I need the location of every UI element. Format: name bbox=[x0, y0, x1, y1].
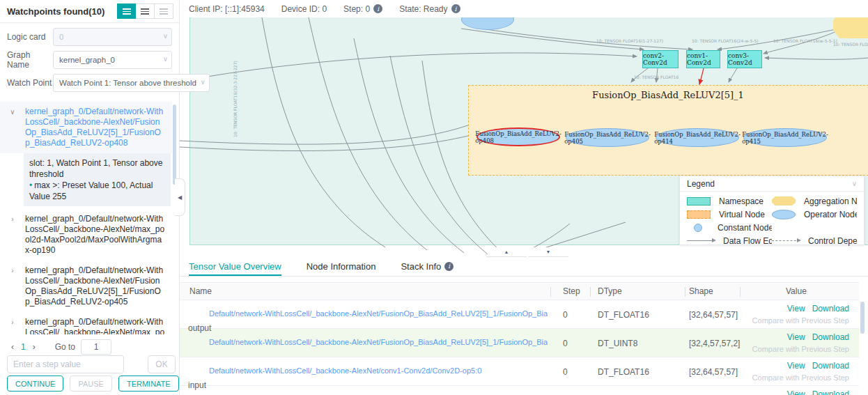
op415-node[interactable]: FusionOp_BiasAdd_ReLUV2-op415 bbox=[743, 128, 827, 147]
chevron-collapsed-icon[interactable]: › bbox=[0, 265, 25, 307]
goto-page-input[interactable] bbox=[81, 339, 111, 355]
download-link[interactable]: Download bbox=[812, 361, 849, 371]
expand-panel-button[interactable]: ▲ bbox=[486, 247, 527, 257]
conv3-node[interactable]: conv3-Conv2d bbox=[727, 50, 762, 68]
download-link[interactable]: Download bbox=[812, 389, 849, 395]
arrow-up-icon: ▲ bbox=[504, 249, 509, 254]
tensor-name-link[interactable]: Default/network-WithLossCell/_backbone-A… bbox=[209, 366, 548, 375]
legend-constant: Constant Node bbox=[718, 223, 772, 233]
tab-stack-info[interactable]: Stack Info i bbox=[401, 258, 454, 276]
session-status-bar: Client IP: [::1]:45934 Device ID: 0 Step… bbox=[180, 0, 868, 17]
view-link[interactable]: View bbox=[787, 361, 805, 371]
aggregation-node[interactable] bbox=[833, 17, 868, 38]
step-value-input[interactable] bbox=[7, 355, 124, 373]
conv2-node[interactable]: conv2-Conv2d bbox=[642, 50, 679, 68]
view-link[interactable]: View bbox=[787, 332, 805, 342]
tensor-name-link[interactable]: Default/network-WithLossCell/_backbone-A… bbox=[209, 338, 548, 346]
legend-operator: Operator Node bbox=[804, 210, 857, 219]
sidebar-collapse-handle[interactable]: ◀ bbox=[175, 178, 185, 216]
op408-node[interactable]: FusionOp_BiasAdd_ReLUV2-op408 bbox=[476, 127, 560, 146]
logic-card-select[interactable]: 0 ∨ bbox=[53, 28, 172, 46]
tensor-table-header: Name Step DType Shape Value bbox=[180, 282, 859, 300]
debugger-controls: CONTINUE PAUSE TERMINATE bbox=[7, 375, 179, 392]
op405-node[interactable]: FusionOp_BiasAdd_ReLUV2-op405 bbox=[566, 128, 649, 147]
legend-data-flow: Data Flow Edge bbox=[723, 236, 772, 246]
next-page-button[interactable]: › bbox=[29, 342, 40, 352]
legend-header[interactable]: Legend ∨ bbox=[680, 176, 864, 192]
download-link[interactable]: Download bbox=[812, 304, 849, 313]
pause-button[interactable]: PAUSE bbox=[70, 375, 111, 392]
terminate-button[interactable]: TERMINATE bbox=[118, 375, 179, 392]
tensor-shape: [32,64,57,57] bbox=[689, 310, 738, 320]
watch-point-select[interactable]: Watch Point 1: Tensor above threshold ∨ bbox=[53, 74, 210, 92]
col-shape: Shape bbox=[689, 286, 713, 296]
tree-item-label[interactable]: kernel_graph_0/Default/network-WithLossC… bbox=[25, 317, 168, 334]
prev-page-button[interactable]: ‹ bbox=[7, 342, 18, 352]
client-ip: Client IP: [::1]:45934 bbox=[189, 4, 265, 14]
graph-name-row: Graph Name kernel_graph_0 ∨ bbox=[7, 51, 172, 69]
graph-name-select[interactable]: kernel_graph_0 ∨ bbox=[53, 51, 172, 69]
tree-item-node[interactable]: ›kernel_graph_0/Default/network-WithLoss… bbox=[0, 312, 172, 334]
control-edge-icon bbox=[772, 240, 800, 241]
chevron-down-icon: ∨ bbox=[201, 78, 206, 86]
tree-item-label[interactable]: kernel_graph_0/Default/network-WithLossC… bbox=[25, 214, 168, 256]
edge-label: 10: TENSOR FLOAT16 bbox=[634, 75, 679, 79]
goto-label: Go to bbox=[55, 342, 75, 352]
tensor-table-row: ViewDownloadCompare with Previous Step bbox=[180, 386, 859, 395]
current-page[interactable]: 1 bbox=[18, 342, 29, 352]
continue-button[interactable]: CONTINUE bbox=[7, 375, 63, 392]
tree-item-label[interactable]: kernel_graph_0/Default/network-WithLossC… bbox=[25, 107, 168, 148]
tab-node-information[interactable]: Node Information bbox=[307, 258, 376, 276]
tensor-table-body: Default/network-WithLossCell/_backbone-A… bbox=[180, 300, 859, 395]
tensor-value-cell: ViewDownloadCompare with Previous Step bbox=[752, 332, 849, 353]
chevron-collapsed-icon[interactable]: › bbox=[0, 317, 25, 334]
tab-tensor-value-overview[interactable]: Tensor Value Overview bbox=[189, 258, 281, 276]
view-link[interactable]: View bbox=[787, 389, 805, 395]
tensor-table-row: Default/network-WithLossCell/_backbone-A… bbox=[180, 357, 859, 386]
ok-button[interactable]: OK bbox=[148, 355, 176, 373]
watchpoints-sidebar: Watchpoints found(10) Logic card 0 ∨ Gra… bbox=[0, 0, 180, 395]
compact-view-button[interactable] bbox=[155, 3, 173, 19]
constant-swatch-icon bbox=[694, 224, 702, 232]
data-flow-edge-icon bbox=[687, 240, 715, 241]
tensor-group-label: input bbox=[188, 380, 206, 390]
detail-view-button[interactable] bbox=[136, 3, 155, 19]
tree-item-node[interactable]: ›kernel_graph_0/Default/network-WithLoss… bbox=[0, 261, 172, 312]
tensor-shape: [32,64,57,57] bbox=[689, 367, 738, 377]
watchpoint-node-tree: ∨kernel_graph_0/Default/network-WithLoss… bbox=[0, 102, 172, 334]
watch-point-row: Watch Point Watch Point 1: Tensor above … bbox=[7, 74, 172, 92]
legend-namespace: Namespace bbox=[719, 196, 764, 206]
tree-scrollbar[interactable] bbox=[173, 104, 176, 185]
col-name: Name bbox=[189, 286, 212, 296]
legend-aggregation: Aggregation Node bbox=[804, 196, 857, 206]
tensor-value-cell: ViewDownloadCompare with Previous Step bbox=[752, 389, 849, 395]
stack-info-icon[interactable]: i bbox=[444, 262, 454, 271]
compact-view-icon bbox=[160, 8, 168, 15]
legend-panel: Legend ∨ Namespace Aggregation Node Virt… bbox=[679, 176, 865, 245]
tensor-name-link[interactable]: Default/network-WithLossCell/_backbone-A… bbox=[209, 309, 548, 318]
chevron-collapsed-icon[interactable]: › bbox=[0, 214, 25, 256]
tree-item-node[interactable]: ›kernel_graph_0/Default/network-WithLoss… bbox=[0, 209, 172, 261]
state-info-icon[interactable]: i bbox=[451, 4, 460, 13]
tree-item-label[interactable]: kernel_graph_0/Default/network-WithLossC… bbox=[25, 265, 168, 307]
chevron-down-icon[interactable]: ∨ bbox=[852, 180, 857, 187]
tensor-dtype: DT_UINT8 bbox=[598, 339, 637, 348]
fusion-namespace-title[interactable]: FusionOp_BiasAdd_ReLUV2[5]_1 bbox=[468, 90, 868, 100]
edge-label: 10: TENSOR FLOAT16(32-3-227-227) bbox=[233, 61, 238, 137]
table-scrollbar[interactable] bbox=[860, 302, 865, 334]
watch-point-label: Watch Point bbox=[7, 78, 53, 88]
computation-graph-canvas[interactable]: 10: TENSOR FLOAT16(1-27-127)10: TENSOR F… bbox=[180, 17, 868, 258]
list-view-icon bbox=[123, 8, 131, 15]
download-link[interactable]: Download bbox=[812, 332, 849, 342]
op414-node[interactable]: FusionOp_BiasAdd_ReLUV2-op414 bbox=[656, 128, 739, 147]
list-view-button[interactable] bbox=[117, 3, 136, 19]
legend-title: Legend bbox=[687, 179, 715, 189]
operator-swatch-icon bbox=[772, 210, 796, 219]
view-toggle-group bbox=[117, 3, 173, 19]
tree-item-node[interactable]: ∨kernel_graph_0/Default/network-WithLoss… bbox=[0, 102, 172, 153]
view-link[interactable]: View bbox=[787, 304, 805, 313]
collapse-panel-button[interactable]: ▼ bbox=[528, 247, 568, 257]
step-info-icon[interactable]: i bbox=[373, 4, 382, 13]
conv1-node[interactable]: conv1-Conv2d bbox=[686, 50, 720, 68]
chevron-expanded-icon[interactable]: ∨ bbox=[0, 107, 25, 148]
